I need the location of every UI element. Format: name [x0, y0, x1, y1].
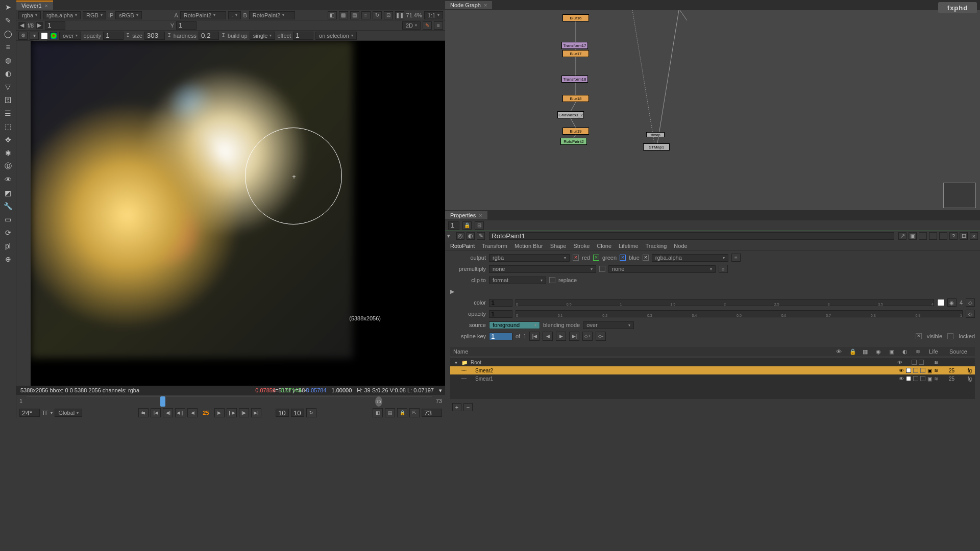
bg-swatch[interactable] [50, 32, 57, 39]
step-back-button[interactable]: ◀❙ [175, 408, 185, 417]
paint-mode-dropdown[interactable]: over [59, 32, 81, 40]
close-node-icon[interactable]: × [970, 232, 978, 240]
tag-icon[interactable]: ◩ [2, 187, 15, 199]
alpha-check[interactable] [643, 255, 649, 261]
tab-clone[interactable]: Clone [597, 243, 611, 249]
play-button[interactable]: ▶ [214, 408, 225, 417]
node-stmap1[interactable]: STMap1 [643, 143, 670, 151]
key-icon[interactable]: ⚿ [2, 94, 15, 106]
wheel-icon[interactable]: ◉ [947, 298, 957, 307]
mb-icon[interactable]: ≋ [934, 368, 938, 373]
sync-icon[interactable]: ⇆ [138, 408, 149, 417]
tab-node[interactable]: Node [674, 243, 687, 249]
premult-check[interactable] [599, 266, 605, 272]
stroke-color[interactable] [906, 376, 911, 381]
stroke-chk1[interactable] [913, 368, 918, 373]
first-frame-button[interactable]: |◀ [151, 408, 161, 417]
node-blur19[interactable]: Blur19 [562, 128, 589, 135]
vb-icon-2[interactable]: ▩ [339, 11, 348, 19]
skip1-input[interactable] [276, 409, 289, 417]
hbtn-5[interactable] [939, 232, 947, 240]
hardness-input[interactable] [199, 32, 219, 40]
tb-icon-d[interactable]: ⇱ [409, 408, 420, 417]
b-input-dropdown[interactable]: RotoPaint2 [249, 11, 295, 19]
viewer-tab[interactable]: Viewer1× [16, 1, 53, 10]
tab-stroke[interactable]: Stroke [573, 243, 590, 249]
center-icon[interactable]: ◎ [456, 232, 464, 240]
hbtn-7[interactable]: ⊡ [960, 232, 968, 240]
vis-icon[interactable]: 👁 [899, 368, 904, 373]
tb-icon-c[interactable]: 🔒 [397, 408, 407, 417]
close-icon[interactable]: × [479, 212, 482, 218]
filter-icon[interactable]: ▽ [2, 81, 15, 93]
playhead[interactable] [160, 396, 165, 407]
current-frame[interactable]: 25 [200, 410, 212, 416]
navigator[interactable] [943, 183, 976, 208]
vb-icon-6[interactable]: ⊡ [384, 11, 393, 19]
edit-icon[interactable]: ✎ [477, 232, 485, 240]
out-frame-input[interactable] [422, 409, 442, 417]
vis-icon[interactable]: 👁 [899, 376, 904, 382]
stroke-row[interactable]: 〰 Smear2👁▣≋25fg [450, 366, 975, 374]
source-dropdown[interactable]: foreground [489, 321, 540, 329]
channel1-dropdown[interactable]: rgba [18, 11, 41, 19]
opacity-input[interactable] [103, 32, 124, 40]
size-input[interactable] [144, 32, 165, 40]
lut-dropdown[interactable]: sRGB [115, 11, 141, 19]
props-count-input[interactable] [448, 221, 459, 230]
stroke-chk2[interactable] [919, 360, 924, 365]
locked-check[interactable] [947, 333, 953, 339]
pl-icon[interactable]: pl [2, 240, 15, 252]
blend-icon[interactable]: ▣ [927, 376, 932, 382]
twist-icon[interactable]: ▾ [453, 360, 458, 365]
color-slider[interactable]: 00.511.522.533.54 [516, 299, 934, 306]
in-frame-input[interactable] [19, 409, 40, 417]
info-chev-icon[interactable]: ▾ [439, 387, 442, 394]
key-first-icon[interactable]: |◀ [529, 332, 540, 341]
effect-input[interactable] [293, 32, 313, 40]
buildup-dropdown[interactable]: single [250, 32, 276, 40]
nodegraph-tab[interactable]: Node Graph× [445, 1, 492, 9]
hbtn-4[interactable] [929, 232, 937, 240]
spline-input[interactable] [489, 333, 512, 340]
a-input-dropdown[interactable]: RotoPaint2 [180, 11, 226, 19]
last-frame-button[interactable]: ▶| [251, 408, 261, 417]
green-check[interactable]: × [593, 255, 599, 261]
gain-input[interactable] [45, 21, 65, 30]
row-menu-icon[interactable]: ≡ [731, 254, 741, 262]
vb-icon-1[interactable]: ◧ [328, 11, 337, 19]
node-blur17[interactable]: Blur17 [562, 50, 589, 57]
color-input[interactable] [489, 299, 512, 307]
d-icon[interactable]: Ⓓ [2, 160, 15, 172]
paint-chev-icon[interactable]: ▾ [30, 32, 39, 40]
node-blur16[interactable]: Blur16 [562, 14, 589, 21]
viewport[interactable]: ＋ (5388x2056) [31, 41, 445, 386]
lines-icon[interactable]: ≡ [2, 41, 15, 53]
expand-icon[interactable]: ▶ [450, 288, 455, 295]
vb2-icon-1[interactable]: ✎ [423, 21, 432, 30]
stroke-color[interactable] [906, 368, 911, 373]
loop-icon[interactable]: ↻ [306, 408, 316, 417]
skip2-input[interactable] [291, 409, 304, 417]
stroke-row[interactable]: 〰 Smear1👁▣≋25fg [450, 374, 975, 383]
layers-icon[interactable]: ☰ [2, 107, 15, 119]
key-prev-icon[interactable]: ◀ [543, 332, 553, 341]
col-over-icon[interactable]: ▣ [889, 348, 897, 355]
move-icon[interactable]: ✥ [2, 134, 15, 146]
col-sel-icon[interactable]: ▦ [863, 348, 871, 355]
step-fwd-button[interactable]: ❙▶ [227, 408, 237, 417]
folder-icon[interactable]: ▭ [2, 213, 15, 226]
viewer-mode-dropdown[interactable]: 2D [402, 21, 421, 30]
add-stroke-button[interactable]: + [452, 403, 461, 411]
colorspace-dropdown[interactable]: RGB [83, 11, 106, 19]
ratio-dropdown[interactable]: 1:1 [424, 11, 443, 19]
loop-icon[interactable]: ⟳ [2, 227, 15, 239]
vb-icon-4[interactable]: ≡ [361, 11, 371, 19]
hbtn-3[interactable] [919, 232, 927, 240]
hbtn-2[interactable]: ▣ [909, 232, 917, 240]
mb-icon[interactable]: ≋ [934, 376, 938, 382]
col-mb-icon[interactable]: ≋ [916, 348, 924, 355]
fstop-down[interactable]: ◀ [18, 22, 26, 29]
cube-icon[interactable]: ⬚ [2, 120, 15, 133]
close-icon[interactable]: × [45, 3, 48, 9]
